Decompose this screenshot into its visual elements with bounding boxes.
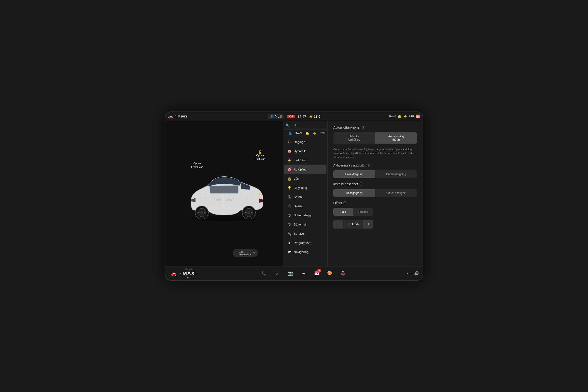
plus-icon: +	[367, 222, 370, 227]
phone-btn[interactable]: 📞	[260, 269, 268, 278]
charge-icon: ⚡	[257, 192, 262, 197]
settings-menu-panel: 🔍 👤 Profil 🔔 ⚡ LTE ⚙ Reglage 🚘 Dynamik	[283, 121, 328, 266]
sidebar-item-programvara[interactable]: ⬇ Programvara	[284, 238, 326, 248]
joystick-icon: 🕹️	[340, 271, 346, 276]
volume-icon: 🔊	[414, 271, 419, 276]
profile-button[interactable]: 👤 Profil	[268, 114, 284, 119]
navigering-label: Navigering	[294, 250, 308, 254]
menu-top-icons: 👤 Profil 🔔 ⚡ LTE	[283, 130, 328, 137]
belysning-icon: 💡	[287, 186, 292, 190]
drive-mode-icons: 🐢 ⬡	[186, 276, 191, 279]
phone-icon: 📞	[261, 271, 266, 276]
offset-decrease-btn[interactable]: −	[333, 220, 343, 228]
autopilot-info-text: Om en miss Autopilot sker 5 gånger på gr…	[333, 148, 417, 159]
car-rear-window	[240, 182, 250, 190]
camera-icon: 📷	[288, 271, 293, 276]
offset-increase-btn[interactable]: +	[364, 220, 373, 228]
games-btn[interactable]: 🕹️	[338, 269, 348, 278]
time-display: 15:47	[298, 114, 306, 118]
sidebar-item-laddning[interactable]: ⚡ Laddning	[284, 156, 326, 165]
sidebar-item-saten[interactable]: 🪑 Säten	[284, 192, 326, 202]
single-pull-btn[interactable]: Enkeldragning	[333, 170, 375, 178]
speed-limit-btn[interactable]: Hastigsgräns	[333, 189, 375, 197]
media-bar[interactable]: ♪ Välj mediekälla ⬆	[232, 249, 258, 257]
navigering-icon: 🗺	[287, 250, 292, 254]
sidebar-item-service[interactable]: 🔧 Service	[284, 229, 326, 238]
sidebar-item-las[interactable]: 🔒 Lås	[284, 174, 326, 183]
more-icon: •••	[302, 271, 305, 275]
fixed-offset-btn[interactable]: Fast	[333, 208, 353, 216]
autopilot-settings-panel: Autopilotfunktioner ⓘ Adaptivfarthållare…	[328, 121, 423, 266]
car-visualization: ⚡	[180, 163, 269, 224]
sidebar-item-belysning[interactable]: 💡 Belysning	[284, 184, 326, 192]
autosteer-btn[interactable]: Autostyrning(beta)	[375, 132, 417, 144]
sidebar-item-dynamik[interactable]: 🚘 Dynamik	[284, 147, 326, 156]
bottom-icons: 📞 ♪ 📷 ••• 📅 6 🎨 🕹	[216, 269, 391, 278]
bottom-left-section: 🚗 ‹ Manuell MAX 🐢 ⬡ ›	[169, 268, 216, 279]
speed-arrows: ‹ Manuell MAX 🐢 ⬡ ›	[180, 268, 198, 279]
prev-arrow[interactable]: ‹	[407, 271, 408, 275]
temperature: 12°C	[314, 115, 320, 118]
back-trunk-text: ÖppnaBaklucka	[255, 154, 265, 161]
reglage-icon: ⚙	[287, 140, 292, 144]
programvara-label: Programvara	[294, 241, 312, 244]
activation-title-text: Aktivering av autopilot	[333, 164, 366, 167]
current-speed-btn[interactable]: Aktuell hastighet	[375, 189, 417, 197]
left-arrow[interactable]: ‹	[180, 271, 181, 275]
sidebar-item-autopilot[interactable]: 🎯 Autopilot	[284, 165, 326, 174]
music-note-icon: ♪	[236, 252, 237, 254]
schemalage-icon: ⏱	[287, 214, 292, 217]
lte-menu-icon: LTE	[320, 132, 324, 135]
bell-icon[interactable]: 🔔	[398, 114, 402, 118]
sidebar-item-sakerhet[interactable]: 🛡 Säkerhet	[284, 220, 326, 229]
profile-label: Profil	[275, 115, 282, 118]
next-arrow[interactable]: ›	[410, 271, 411, 275]
speed-setting-title: Inställd hastighet ⓘ	[333, 182, 417, 186]
sidebar-item-navigering[interactable]: 🗺 Navigering	[284, 248, 326, 256]
music-btn[interactable]: ♪	[272, 269, 282, 278]
status-bar-right: Profil 🔔 ⚡ LTE 📶	[336, 114, 420, 118]
calendar-btn[interactable]: 📅 6	[312, 269, 321, 278]
left-panel: ÖppnaFramlucka 🔒 ÖppnaBaklucka	[165, 121, 283, 266]
offset-title: Offset ⓘ	[333, 201, 417, 205]
activation-info-icon[interactable]: ⓘ	[367, 163, 370, 168]
camera-btn[interactable]: 📷	[286, 269, 295, 278]
bluetooth-icon: ⚡	[403, 114, 407, 118]
adaptive-cruise-btn[interactable]: Adaptivfarthållare	[333, 132, 375, 144]
front-hub	[200, 211, 203, 214]
speed-info-icon[interactable]: ⓘ	[360, 182, 362, 186]
sidebar-item-skarm[interactable]: 📱 Skärm	[284, 202, 326, 211]
more-btn[interactable]: •••	[299, 269, 308, 278]
tesla-screen: 🚗 61% 👤 Profil SOS 15:47 ☀️ 12°C	[165, 112, 423, 281]
double-pull-label: Dubbeldragning	[386, 172, 406, 176]
bottom-right-section: ‹ › 🔊	[391, 271, 419, 276]
bluetooth-menu-icon: ⚡	[312, 132, 316, 135]
saten-label: Säten	[294, 195, 302, 199]
right-arrow[interactable]: ›	[196, 271, 197, 275]
gallery-btn[interactable]: 🎨	[325, 269, 334, 278]
current-speed-label: Aktuell hastighet	[386, 192, 406, 195]
autopilot-label: Autopilot	[294, 168, 306, 171]
search-input[interactable]	[292, 124, 324, 127]
skarm-icon: 📱	[287, 204, 292, 208]
skarm-label: Skärm	[294, 204, 303, 208]
weather-icon: ☀️	[309, 115, 313, 118]
percent-offset-btn[interactable]: Procent	[353, 208, 373, 216]
sidebar-item-schemalage[interactable]: ⏱ Schemalägg	[284, 211, 326, 220]
offset-control: − +0 km/h +	[333, 220, 373, 228]
dynamik-label: Dynamik	[294, 149, 306, 153]
autopilot-icon: 🎯	[287, 168, 292, 172]
sos-badge[interactable]: SOS	[287, 115, 294, 118]
double-pull-btn[interactable]: Dubbeldragning	[375, 170, 417, 178]
percent-label: Procent	[358, 210, 368, 214]
offset-info-icon[interactable]: ⓘ	[344, 201, 346, 205]
car-svg: ⚡	[180, 163, 269, 224]
single-pull-label: Enkeldragning	[345, 172, 364, 176]
las-icon: 🔒	[287, 177, 292, 180]
back-trunk-label[interactable]: 🔒 ÖppnaBaklucka	[255, 150, 265, 161]
car-icon-btn[interactable]: 🚗	[169, 269, 178, 278]
sidebar-item-reglage[interactable]: ⚙ Reglage	[284, 138, 326, 146]
offset-type-toggle: Fast Procent	[333, 208, 373, 216]
lock-icon: 🔒	[258, 150, 262, 154]
autopilot-info-icon[interactable]: ⓘ	[362, 125, 365, 130]
